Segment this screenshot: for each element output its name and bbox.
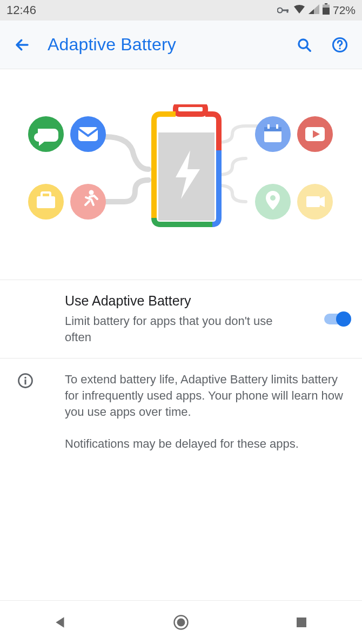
status-clock: 12:46 <box>6 3 36 17</box>
svg-rect-15 <box>78 127 98 141</box>
page-title: Adaptive Battery <box>48 35 279 55</box>
battery-icon <box>323 3 330 18</box>
svg-point-39 <box>177 619 185 627</box>
setting-title: Use Adaptive Battery <box>65 293 349 309</box>
run-icon <box>70 184 106 220</box>
nav-recents-button[interactable] <box>288 609 315 636</box>
info-paragraph-1: To extend battery life, Adaptive Battery… <box>65 371 349 420</box>
status-battery-percent: 72% <box>333 4 356 17</box>
wifi-icon <box>293 3 305 17</box>
svg-line-7 <box>306 47 310 51</box>
use-adaptive-battery-row[interactable]: Use Adaptive Battery Limit battery for a… <box>0 280 362 358</box>
help-button[interactable] <box>330 35 350 55</box>
info-icon <box>17 373 33 393</box>
svg-rect-23 <box>264 127 281 131</box>
nav-back-button[interactable] <box>47 609 74 636</box>
svg-point-35 <box>24 377 26 379</box>
status-icons: 72% <box>277 3 356 18</box>
svg-rect-2 <box>286 10 288 13</box>
status-bar: 12:46 72% <box>0 0 362 21</box>
location-icon <box>255 184 291 220</box>
info-section: To extend battery life, Adaptive Battery… <box>0 358 362 464</box>
svg-rect-36 <box>25 380 26 384</box>
system-navbar <box>0 601 362 644</box>
calendar-icon <box>255 116 291 152</box>
video-icon <box>297 116 333 152</box>
camera-icon <box>297 184 333 220</box>
svg-rect-5 <box>323 8 330 15</box>
nav-home-button[interactable] <box>167 609 195 636</box>
svg-rect-32 <box>306 196 320 207</box>
app-bar: Adaptive Battery <box>0 21 362 69</box>
battery-bolt-icon <box>154 104 219 224</box>
svg-rect-24 <box>267 124 270 129</box>
svg-rect-40 <box>297 618 306 627</box>
chat-icon <box>28 116 64 152</box>
back-button[interactable] <box>12 35 32 55</box>
mail-icon <box>70 116 106 152</box>
svg-point-0 <box>277 8 282 13</box>
briefcase-icon <box>28 184 64 220</box>
info-paragraph-2: Notifications may be delayed for these a… <box>65 436 349 452</box>
svg-point-20 <box>89 190 94 195</box>
setting-subtitle: Limit battery for apps that you don't us… <box>65 313 297 345</box>
svg-point-9 <box>339 48 340 49</box>
cell-signal-icon <box>309 3 319 17</box>
svg-marker-37 <box>56 617 64 628</box>
adaptive-battery-toggle[interactable] <box>324 314 349 324</box>
search-button[interactable] <box>294 35 314 55</box>
hero-illustration <box>0 69 362 280</box>
svg-rect-25 <box>276 124 278 129</box>
svg-rect-3 <box>325 3 327 5</box>
svg-point-30 <box>270 195 276 201</box>
svg-rect-10 <box>176 104 205 114</box>
vpn-key-icon <box>277 3 290 17</box>
